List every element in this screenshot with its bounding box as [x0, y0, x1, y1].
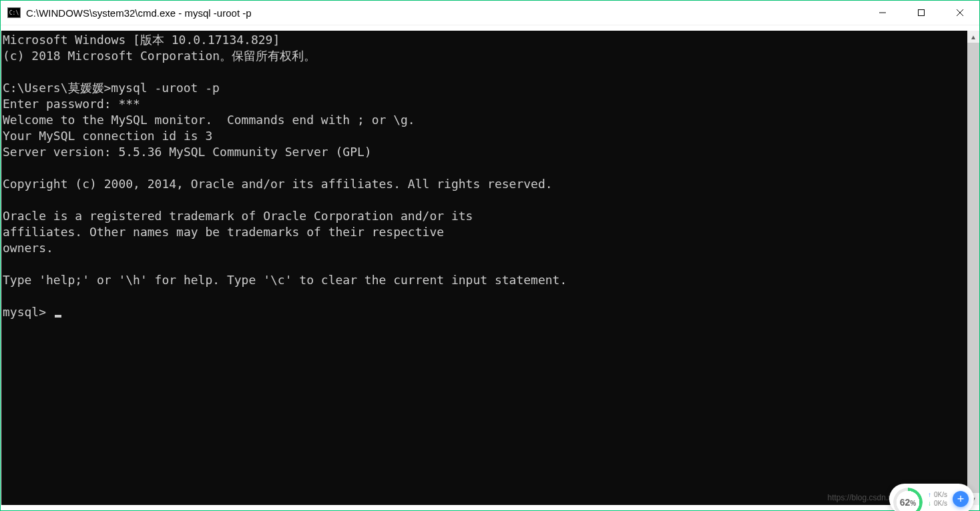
vertical-scrollbar[interactable]: ▲ ▼	[967, 31, 979, 505]
upload-speed-row: ↑ 0K/s	[928, 491, 947, 498]
minimize-button[interactable]	[863, 1, 902, 25]
scroll-track[interactable]	[967, 43, 979, 493]
download-arrow-icon: ↓	[928, 500, 931, 507]
terminal-area: Microsoft Windows [版本 10.0.17134.829] (c…	[1, 25, 979, 510]
terminal-cursor	[55, 315, 61, 318]
window-title: C:\WINDOWS\system32\cmd.exe - mysql -uro…	[26, 7, 252, 19]
upload-speed: 0K/s	[934, 491, 947, 498]
maximize-button[interactable]	[902, 1, 941, 25]
cmd-window: C:\ C:\WINDOWS\system32\cmd.exe - mysql …	[0, 0, 980, 511]
gauge-ring-icon	[893, 488, 923, 511]
titlebar[interactable]: C:\ C:\WINDOWS\system32\cmd.exe - mysql …	[1, 1, 979, 25]
network-speed: ↑ 0K/s ↓ 0K/s	[928, 491, 947, 507]
scroll-up-arrow-icon[interactable]: ▲	[967, 31, 979, 43]
plus-button[interactable]: +	[953, 491, 969, 507]
download-speed-row: ↓ 0K/s	[928, 500, 947, 507]
scroll-thumb[interactable]	[967, 43, 979, 493]
close-button[interactable]	[941, 1, 979, 25]
cmd-icon: C:\	[7, 7, 21, 18]
window-controls	[863, 1, 979, 25]
titlebar-left: C:\ C:\WINDOWS\system32\cmd.exe - mysql …	[7, 7, 252, 19]
svg-rect-1	[919, 10, 925, 16]
cpu-gauge: 62%	[893, 488, 923, 511]
upload-arrow-icon: ↑	[928, 491, 931, 498]
download-speed: 0K/s	[934, 500, 947, 507]
system-widget[interactable]: 62% ↑ 0K/s ↓ 0K/s +	[889, 484, 974, 511]
terminal-content[interactable]: Microsoft Windows [版本 10.0.17134.829] (c…	[1, 31, 967, 505]
